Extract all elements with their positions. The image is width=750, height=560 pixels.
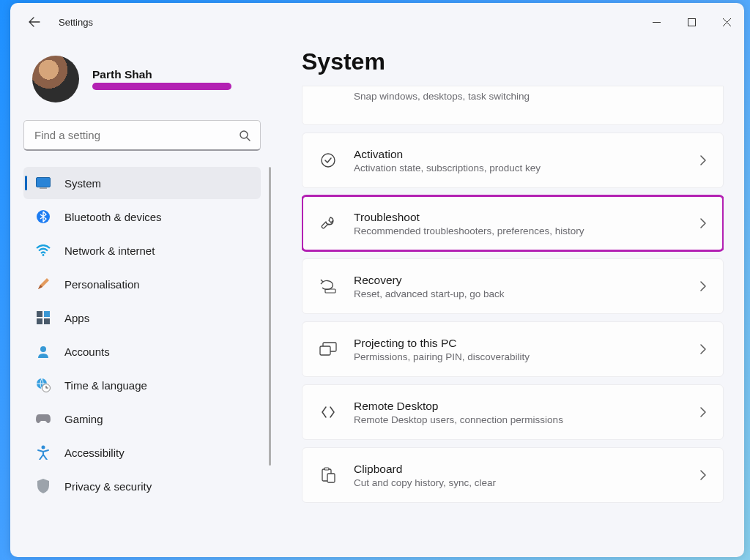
sidebar-item-apps[interactable]: Apps (23, 302, 261, 334)
card-title: Activation (354, 148, 541, 161)
globe-clock-icon (35, 377, 51, 393)
chevron-right-icon (700, 281, 707, 291)
sidebar-item-system[interactable]: System (23, 167, 261, 199)
card-sub: Permissions, pairing PIN, discoverabilit… (354, 351, 530, 362)
search-wrap (23, 120, 261, 151)
bluetooth-icon (35, 209, 51, 225)
user-email-redacted (92, 83, 231, 90)
projecting-icon (319, 340, 338, 359)
sidebar-item-personalisation[interactable]: Personalisation (23, 268, 261, 300)
nav-label: Network & internet (64, 244, 155, 257)
svg-point-14 (322, 154, 335, 167)
chevron-right-icon (700, 344, 707, 354)
svg-rect-20 (327, 474, 335, 482)
svg-rect-2 (37, 178, 51, 187)
card-multitasking[interactable]: Snap windows, desktops, task switching (302, 86, 724, 125)
remote-desktop-icon (319, 403, 338, 422)
card-title: Troubleshoot (354, 211, 584, 224)
svg-rect-0 (688, 18, 695, 26)
card-sub: Recommended troubleshooters, preferences… (354, 225, 584, 236)
avatar (32, 56, 79, 102)
svg-rect-19 (324, 468, 329, 470)
nav-label: Accounts (64, 346, 110, 358)
user-info: Parth Shah (92, 68, 231, 90)
gamepad-icon (35, 411, 51, 427)
svg-rect-8 (37, 318, 42, 324)
card-troubleshoot[interactable]: Troubleshoot Recommended troubleshooters… (302, 195, 724, 251)
card-title: Clipboard (354, 463, 496, 476)
sidebar-item-gaming[interactable]: Gaming (23, 403, 261, 435)
wrench-icon (319, 214, 338, 233)
svg-rect-7 (44, 311, 50, 317)
card-title: Remote Desktop (354, 400, 563, 413)
paintbrush-icon (35, 276, 51, 292)
card-sub: Reset, advanced start-up, go back (354, 288, 505, 299)
nav-label: System (64, 177, 101, 190)
svg-point-1 (240, 131, 248, 138)
svg-rect-9 (44, 318, 50, 324)
chevron-right-icon (700, 218, 707, 228)
card-remote-desktop[interactable]: Remote Desktop Remote Desktop users, con… (302, 384, 724, 440)
svg-rect-17 (320, 346, 330, 355)
nav-label: Apps (64, 312, 89, 324)
settings-window: Settings Parth Shah (10, 3, 744, 557)
multitask-icon (319, 91, 338, 101)
card-sub: Remote Desktop users, connection permiss… (354, 414, 563, 425)
nav-label: Gaming (64, 413, 103, 425)
nav-label: Time & language (64, 379, 147, 392)
close-button[interactable] (709, 7, 744, 37)
card-sub: Cut and copy history, sync, clear (354, 477, 496, 488)
chevron-right-icon (700, 155, 707, 165)
card-sub: Activation state, subscriptions, product… (354, 163, 541, 173)
nav-label: Privacy & security (64, 480, 152, 493)
system-icon (35, 175, 51, 191)
wifi-icon (35, 242, 51, 258)
sidebar-scrollbar[interactable] (269, 167, 271, 466)
person-icon (35, 343, 51, 359)
nav-label: Accessibility (64, 447, 125, 459)
card-recovery[interactable]: Recovery Reset, advanced start-up, go ba… (302, 258, 724, 314)
card-sub: Snap windows, desktops, task switching (354, 91, 530, 102)
chevron-right-icon (700, 407, 707, 417)
sidebar-item-privacy[interactable]: Privacy & security (23, 470, 261, 502)
cards-list: Snap windows, desktops, task switching A… (302, 86, 724, 503)
card-projecting[interactable]: Projecting to this PC Permissions, pairi… (302, 321, 724, 377)
apps-icon (35, 310, 51, 326)
cards-wrap: Snap windows, desktops, task switching A… (302, 86, 724, 557)
sidebar-item-accessibility[interactable]: Accessibility (23, 436, 261, 468)
svg-point-13 (42, 446, 45, 449)
search-input[interactable] (23, 120, 261, 151)
sidebar: Parth Shah System Bluetooth & devices (10, 41, 274, 557)
sidebar-item-accounts[interactable]: Accounts (23, 335, 261, 367)
svg-point-10 (40, 346, 46, 352)
sidebar-item-network[interactable]: Network & internet (23, 234, 261, 266)
chevron-right-icon (700, 470, 707, 480)
svg-point-5 (42, 254, 45, 256)
card-title: Projecting to this PC (354, 337, 530, 350)
recovery-icon (319, 277, 338, 296)
svg-rect-6 (37, 311, 42, 317)
page-title: System (302, 48, 724, 75)
arrow-left-icon (29, 16, 40, 28)
user-profile[interactable]: Parth Shah (23, 56, 261, 102)
sidebar-item-time[interactable]: Time & language (23, 369, 261, 401)
close-icon (723, 18, 731, 26)
card-clipboard[interactable]: Clipboard Cut and copy history, sync, cl… (302, 447, 724, 503)
app-title: Settings (59, 17, 93, 28)
user-name: Parth Shah (92, 68, 231, 81)
minimize-button[interactable] (639, 7, 674, 37)
nav-label: Personalisation (64, 278, 140, 291)
body: Parth Shah System Bluetooth & devices (10, 41, 744, 557)
shield-icon (35, 478, 51, 494)
nav: System Bluetooth & devices Network & int… (23, 167, 261, 502)
card-activation[interactable]: Activation Activation state, subscriptio… (302, 132, 724, 188)
main: System Snap windows, desktops, task swit… (274, 41, 744, 557)
svg-rect-3 (40, 188, 47, 189)
checkmark-circle-icon (319, 151, 338, 170)
sidebar-item-bluetooth[interactable]: Bluetooth & devices (23, 201, 261, 233)
minimize-icon (653, 18, 661, 26)
back-button[interactable] (23, 11, 45, 33)
clipboard-icon (319, 466, 338, 485)
nav-label: Bluetooth & devices (64, 211, 162, 223)
maximize-button[interactable] (674, 7, 709, 37)
